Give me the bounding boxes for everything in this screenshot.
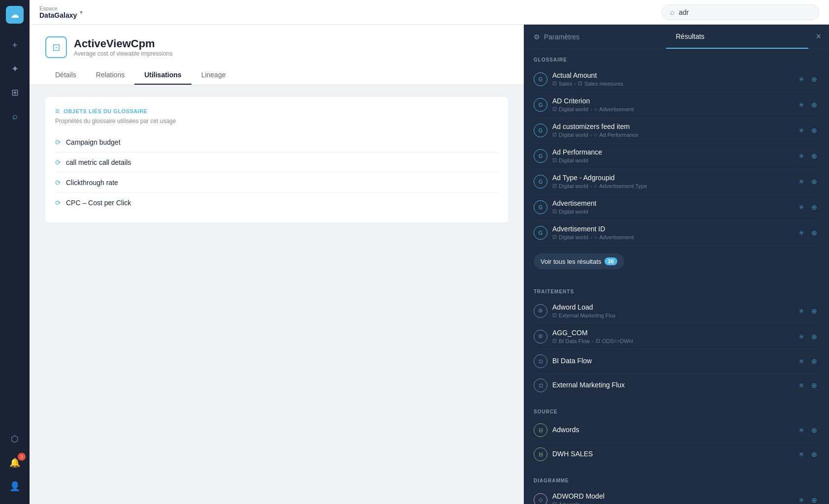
result-name: DWH SALES [552, 450, 797, 458]
pin-button[interactable]: ✳ [797, 227, 806, 239]
pin-button[interactable]: ✳ [797, 424, 806, 436]
close-button[interactable]: × [808, 25, 829, 49]
result-icon: G [534, 149, 547, 163]
zoom-button[interactable]: ⊕ [809, 201, 819, 213]
glossary-section-card: ≡ OBJETS LIÉS DU GLOSSAIRE Propriétés du… [45, 97, 508, 222]
path-part: Sales [559, 81, 573, 87]
pin-button[interactable]: ✳ [797, 176, 806, 188]
pin-button[interactable]: ✳ [797, 150, 806, 162]
sidebar-item-user[interactable]: 👤 [6, 477, 24, 495]
zoom-button[interactable]: ⊕ [809, 227, 819, 239]
topbar: Espace DataGalaxy ▾ ⌕ [30, 0, 829, 25]
pin-button[interactable]: ✳ [797, 355, 806, 367]
zoom-button[interactable]: ⊕ [809, 448, 819, 460]
result-name: Advertisement [552, 199, 797, 207]
item-label: Campaign budget [66, 138, 121, 146]
zoom-button[interactable]: ⊕ [809, 494, 819, 504]
tab-resultats[interactable]: Résultats [666, 25, 808, 49]
box-icon: ⬡ [11, 434, 19, 444]
path-icon2: ○ [594, 234, 598, 240]
zoom-button[interactable]: ⊕ [809, 176, 819, 188]
result-item[interactable]: ⚙ Adword Load ⊡ External Marketing Flux … [534, 298, 819, 324]
voir-tous-button[interactable]: Voir tous les résultats 38 [534, 253, 624, 269]
tab-utilisations[interactable]: Utilisations [134, 66, 191, 85]
zoom-button[interactable]: ⊕ [809, 305, 819, 317]
sidebar-item-grid[interactable]: ⊞ [6, 84, 24, 101]
sidebar-item-add[interactable]: + [6, 36, 24, 54]
result-item[interactable]: ⊡ BI Data Flow ✳ ⊕ [534, 349, 819, 374]
result-icon: G [534, 98, 547, 112]
search-icon: ⌕ [12, 111, 18, 122]
list-item[interactable]: ⟳ Campaign budget [55, 132, 498, 153]
list-item[interactable]: ⟳ Clickthrough rate [55, 173, 498, 193]
path-icon: ⊡ [552, 157, 557, 163]
result-icon: G [534, 72, 547, 86]
tab-details[interactable]: Détails [45, 66, 86, 85]
tab-lineage[interactable]: Lineage [191, 66, 236, 85]
result-path: ⊡ Digital world [552, 157, 797, 163]
zoom-button[interactable]: ⊕ [809, 424, 819, 436]
zoom-button[interactable]: ⊕ [809, 73, 819, 85]
pin-button[interactable]: ✳ [797, 125, 806, 136]
result-item[interactable]: G Ad Type - Adgroupid ⊡ Digital world › … [534, 169, 819, 194]
path-part2: Advertisement Type [599, 183, 647, 189]
sidebar-item-notifications[interactable]: 🔔 3 [6, 454, 24, 472]
search-icon: ⌕ [670, 8, 675, 17]
result-path: ⊡ Sales › ⊡ Sales measures [552, 80, 797, 87]
path-part: Digital world [559, 132, 588, 138]
path-part: Digital world [559, 234, 588, 240]
result-item[interactable]: G Advertisement ID ⊡ Digital world › ○ A… [534, 220, 819, 246]
result-item[interactable]: ⊡ External Marketing Flux ✳ ⊕ [534, 374, 819, 397]
path-icon: ⊡ [552, 80, 557, 87]
zoom-button[interactable]: ⊕ [809, 125, 819, 136]
pin-button[interactable]: ✳ [797, 201, 806, 213]
path-part: Adwords [559, 502, 580, 504]
star-icon: ✦ [11, 63, 19, 74]
result-content: AGG_COM ⊡ BI Data Flow › ⊡ ODS=>DWH [552, 329, 797, 344]
path-icon: ⊡ [552, 208, 557, 215]
result-item[interactable]: G Ad customizers feed item ⊡ Digital wor… [534, 118, 819, 143]
tab-relations[interactable]: Relations [86, 66, 134, 85]
result-item[interactable]: ◇ ADWORD Model ⊟ Adwords ✳ ⊕ [534, 487, 819, 504]
result-actions: ✳ ⊕ [797, 201, 819, 213]
pin-button[interactable]: ✳ [797, 379, 806, 391]
zoom-button[interactable]: ⊕ [809, 355, 819, 367]
result-path: ⊡ BI Data Flow › ⊡ ODS=>DWH [552, 338, 797, 344]
result-path: ⊡ Digital world › ○ Ad Performance [552, 131, 797, 138]
sidebar-item-box[interactable]: ⬡ [6, 430, 24, 448]
result-item[interactable]: ⚙ AGG_COM ⊡ BI Data Flow › ⊡ ODS=>DWH [534, 324, 819, 349]
zoom-button[interactable]: ⊕ [809, 150, 819, 162]
result-item[interactable]: ⊟ DWH SALES ✳ ⊕ [534, 442, 819, 466]
result-item[interactable]: G Actual Amount ⊡ Sales › ⊡ Sales measur… [534, 66, 819, 92]
tab-parametres[interactable]: ⚙ Paramètres [524, 25, 666, 49]
zoom-button[interactable]: ⊕ [809, 331, 819, 343]
pin-button[interactable]: ✳ [797, 331, 806, 343]
pin-button[interactable]: ✳ [797, 73, 806, 85]
title-row: ⊡ ActiveViewCpm Average cost of viewable… [45, 36, 508, 58]
result-item[interactable]: G Ad Performance ⊡ Digital world ✳ ⊕ [534, 143, 819, 169]
pin-button[interactable]: ✳ [797, 448, 806, 460]
path-icon: ⊡ [552, 338, 557, 344]
sidebar-item-star[interactable]: ✦ [6, 60, 24, 78]
pin-button[interactable]: ✳ [797, 494, 806, 504]
detail-pane: ⊡ ActiveViewCpm Average cost of viewable… [30, 25, 524, 504]
pin-button[interactable]: ✳ [797, 99, 806, 111]
result-item[interactable]: ⊟ Adwords ✳ ⊕ [534, 418, 819, 442]
zoom-button[interactable]: ⊕ [809, 99, 819, 111]
pin-button[interactable]: ✳ [797, 305, 806, 317]
zoom-button[interactable]: ⊕ [809, 379, 819, 391]
result-item[interactable]: G AD Criterion ⊡ Digital world › ○ Adver… [534, 92, 819, 118]
result-name: Ad customizers feed item [552, 123, 797, 130]
search-bar[interactable]: ⌕ [662, 4, 819, 20]
espace-selector[interactable]: Espace DataGalaxy ▾ [39, 5, 83, 19]
sidebar-item-search[interactable]: ⌕ [6, 107, 24, 125]
item-label: Clickthrough rate [66, 179, 118, 187]
search-input[interactable] [679, 8, 811, 16]
app-logo[interactable]: ☁ [6, 6, 24, 24]
list-item[interactable]: ⟳ CPC – Cost per Click [55, 193, 498, 213]
result-item[interactable]: G Advertisement ⊡ Digital world ✳ ⊕ [534, 194, 819, 220]
list-item[interactable]: ⟳ call metric call details [55, 153, 498, 173]
entity-subtitle: Average cost of viewable impressions [74, 50, 173, 57]
path-icon: ⊡ [552, 106, 557, 112]
item-icon: ⟳ [55, 199, 61, 207]
